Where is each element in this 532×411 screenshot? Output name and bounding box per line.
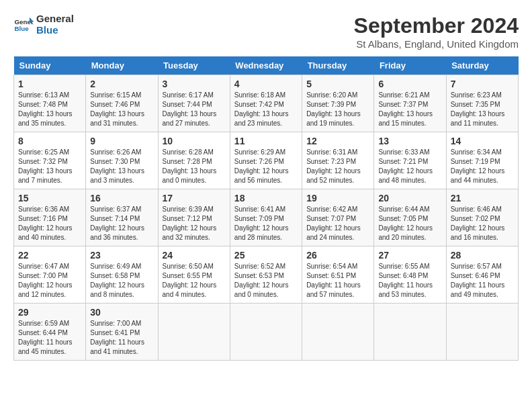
- table-row: 27Sunrise: 6:55 AM Sunset: 6:48 PM Dayli…: [374, 246, 446, 304]
- col-sunday: Sunday: [14, 56, 86, 75]
- day-number: 5: [306, 79, 369, 89]
- day-number: 14: [451, 136, 514, 146]
- day-number: 20: [378, 193, 441, 203]
- table-row: 18Sunrise: 6:41 AM Sunset: 7:09 PM Dayli…: [230, 189, 302, 246]
- day-number: 23: [90, 250, 153, 261]
- day-number: 29: [18, 307, 81, 318]
- table-row: 15Sunrise: 6:36 AM Sunset: 7:16 PM Dayli…: [14, 189, 86, 246]
- calendar-header-row: Sunday Monday Tuesday Wednesday Thursday…: [14, 56, 519, 75]
- day-details: Sunrise: 6:52 AM Sunset: 6:53 PM Dayligh…: [234, 262, 298, 300]
- day-details: Sunrise: 6:13 AM Sunset: 7:48 PM Dayligh…: [18, 91, 81, 128]
- day-details: Sunrise: 6:17 AM Sunset: 7:44 PM Dayligh…: [163, 91, 226, 128]
- table-row: 23Sunrise: 6:49 AM Sunset: 6:58 PM Dayli…: [86, 246, 158, 304]
- day-details: Sunrise: 6:47 AM Sunset: 7:00 PM Dayligh…: [18, 262, 81, 300]
- day-number: 9: [90, 136, 153, 146]
- day-number: 1: [18, 79, 81, 89]
- day-details: Sunrise: 6:41 AM Sunset: 7:09 PM Dayligh…: [234, 205, 298, 242]
- table-row: 8Sunrise: 6:25 AM Sunset: 7:32 PM Daylig…: [14, 132, 86, 189]
- day-details: Sunrise: 6:54 AM Sunset: 6:51 PM Dayligh…: [306, 262, 369, 300]
- logo-general-text: General: [36, 13, 74, 25]
- day-number: 27: [378, 250, 441, 261]
- col-friday: Friday: [374, 56, 446, 75]
- day-details: Sunrise: 6:37 AM Sunset: 7:14 PM Dayligh…: [90, 205, 153, 242]
- table-row: 28Sunrise: 6:57 AM Sunset: 6:46 PM Dayli…: [446, 246, 518, 304]
- calendar-title: September 2024: [354, 13, 519, 38]
- day-details: Sunrise: 6:36 AM Sunset: 7:16 PM Dayligh…: [18, 205, 81, 242]
- calendar-week-row: 29Sunrise: 6:59 AM Sunset: 6:44 PM Dayli…: [14, 304, 519, 361]
- day-number: 17: [163, 193, 226, 203]
- day-details: Sunrise: 6:20 AM Sunset: 7:39 PM Dayligh…: [306, 91, 369, 128]
- day-number: 10: [163, 136, 226, 146]
- day-number: 30: [90, 307, 153, 318]
- day-details: Sunrise: 6:28 AM Sunset: 7:28 PM Dayligh…: [163, 148, 226, 185]
- title-area: September 2024 St Albans, England, Unite…: [354, 13, 519, 50]
- day-details: Sunrise: 6:46 AM Sunset: 7:02 PM Dayligh…: [451, 205, 514, 242]
- day-number: 3: [163, 79, 226, 89]
- day-details: Sunrise: 6:23 AM Sunset: 7:35 PM Dayligh…: [451, 91, 514, 128]
- day-number: 13: [378, 136, 441, 146]
- day-number: 15: [18, 193, 81, 203]
- calendar-week-row: 8Sunrise: 6:25 AM Sunset: 7:32 PM Daylig…: [14, 132, 519, 189]
- col-saturday: Saturday: [446, 56, 518, 75]
- day-number: 28: [451, 250, 514, 261]
- table-row: 26Sunrise: 6:54 AM Sunset: 6:51 PM Dayli…: [302, 246, 374, 304]
- calendar-week-row: 1Sunrise: 6:13 AM Sunset: 7:48 PM Daylig…: [14, 75, 519, 132]
- day-number: 8: [18, 136, 81, 146]
- table-row: 10Sunrise: 6:28 AM Sunset: 7:28 PM Dayli…: [158, 132, 230, 189]
- day-number: 12: [306, 136, 369, 146]
- table-row: 11Sunrise: 6:29 AM Sunset: 7:26 PM Dayli…: [230, 132, 302, 189]
- day-details: Sunrise: 6:25 AM Sunset: 7:32 PM Dayligh…: [18, 148, 81, 185]
- day-number: 21: [451, 193, 514, 203]
- day-details: Sunrise: 6:59 AM Sunset: 6:44 PM Dayligh…: [18, 319, 81, 357]
- col-monday: Monday: [86, 56, 158, 75]
- day-details: Sunrise: 7:00 AM Sunset: 6:41 PM Dayligh…: [90, 319, 153, 357]
- day-details: Sunrise: 6:29 AM Sunset: 7:26 PM Dayligh…: [234, 148, 298, 185]
- table-row: 20Sunrise: 6:44 AM Sunset: 7:05 PM Dayli…: [374, 189, 446, 246]
- svg-text:Blue: Blue: [15, 25, 30, 32]
- day-details: Sunrise: 6:55 AM Sunset: 6:48 PM Dayligh…: [378, 262, 441, 300]
- table-row: 9Sunrise: 6:26 AM Sunset: 7:30 PM Daylig…: [86, 132, 158, 189]
- day-details: Sunrise: 6:15 AM Sunset: 7:46 PM Dayligh…: [90, 91, 153, 128]
- day-details: Sunrise: 6:18 AM Sunset: 7:42 PM Dayligh…: [234, 91, 298, 128]
- day-details: Sunrise: 6:21 AM Sunset: 7:37 PM Dayligh…: [378, 91, 441, 128]
- calendar-week-row: 22Sunrise: 6:47 AM Sunset: 7:00 PM Dayli…: [14, 246, 519, 304]
- table-row: 16Sunrise: 6:37 AM Sunset: 7:14 PM Dayli…: [86, 189, 158, 246]
- table-row: [230, 304, 302, 361]
- table-row: 21Sunrise: 6:46 AM Sunset: 7:02 PM Dayli…: [446, 189, 518, 246]
- day-number: 22: [18, 250, 81, 261]
- table-row: 5Sunrise: 6:20 AM Sunset: 7:39 PM Daylig…: [302, 75, 374, 132]
- table-row: 14Sunrise: 6:34 AM Sunset: 7:19 PM Dayli…: [446, 132, 518, 189]
- day-number: 4: [234, 79, 298, 89]
- day-details: Sunrise: 6:31 AM Sunset: 7:23 PM Dayligh…: [306, 148, 369, 185]
- day-number: 2: [90, 79, 153, 89]
- day-details: Sunrise: 6:50 AM Sunset: 6:55 PM Dayligh…: [163, 262, 226, 300]
- day-number: 16: [90, 193, 153, 203]
- table-row: 19Sunrise: 6:42 AM Sunset: 7:07 PM Dayli…: [302, 189, 374, 246]
- table-row: 24Sunrise: 6:50 AM Sunset: 6:55 PM Dayli…: [158, 246, 230, 304]
- logo-blue-text: Blue: [36, 25, 74, 36]
- table-row: 30Sunrise: 7:00 AM Sunset: 6:41 PM Dayli…: [86, 304, 158, 361]
- general-blue-logo-icon: General Blue: [13, 15, 34, 35]
- table-row: 29Sunrise: 6:59 AM Sunset: 6:44 PM Dayli…: [14, 304, 86, 361]
- day-number: 6: [378, 79, 441, 89]
- day-number: 11: [234, 136, 298, 146]
- table-row: 7Sunrise: 6:23 AM Sunset: 7:35 PM Daylig…: [446, 75, 518, 132]
- day-number: 26: [306, 250, 369, 261]
- day-details: Sunrise: 6:44 AM Sunset: 7:05 PM Dayligh…: [378, 205, 441, 242]
- table-row: 13Sunrise: 6:33 AM Sunset: 7:21 PM Dayli…: [374, 132, 446, 189]
- header: General Blue General Blue September 2024…: [13, 13, 519, 50]
- table-row: 4Sunrise: 6:18 AM Sunset: 7:42 PM Daylig…: [230, 75, 302, 132]
- table-row: 17Sunrise: 6:39 AM Sunset: 7:12 PM Dayli…: [158, 189, 230, 246]
- day-details: Sunrise: 6:42 AM Sunset: 7:07 PM Dayligh…: [306, 205, 369, 242]
- table-row: 25Sunrise: 6:52 AM Sunset: 6:53 PM Dayli…: [230, 246, 302, 304]
- day-details: Sunrise: 6:33 AM Sunset: 7:21 PM Dayligh…: [378, 148, 441, 185]
- table-row: [374, 304, 446, 361]
- table-row: 22Sunrise: 6:47 AM Sunset: 7:00 PM Dayli…: [14, 246, 86, 304]
- table-row: 2Sunrise: 6:15 AM Sunset: 7:46 PM Daylig…: [86, 75, 158, 132]
- day-details: Sunrise: 6:39 AM Sunset: 7:12 PM Dayligh…: [163, 205, 226, 242]
- day-details: Sunrise: 6:49 AM Sunset: 6:58 PM Dayligh…: [90, 262, 153, 300]
- day-details: Sunrise: 6:26 AM Sunset: 7:30 PM Dayligh…: [90, 148, 153, 185]
- table-row: [302, 304, 374, 361]
- calendar-subtitle: St Albans, England, United Kingdom: [354, 38, 519, 50]
- table-row: 1Sunrise: 6:13 AM Sunset: 7:48 PM Daylig…: [14, 75, 86, 132]
